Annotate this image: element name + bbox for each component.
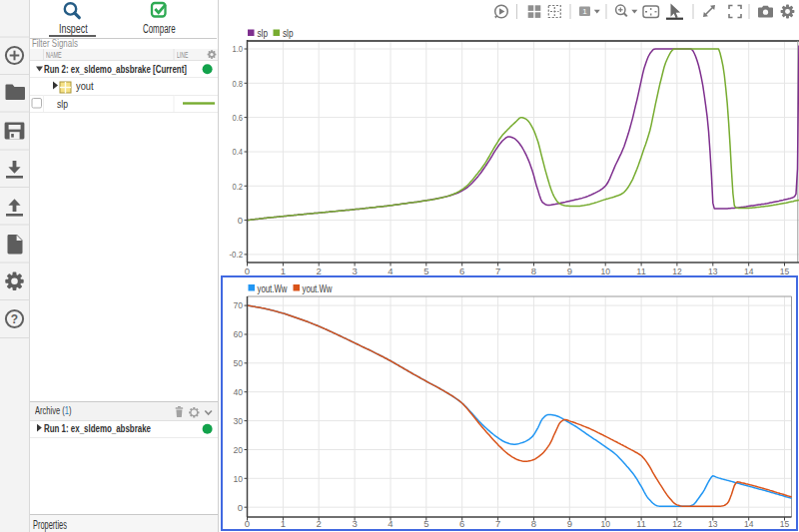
svg-text:10: 10 (234, 473, 244, 484)
svg-text:2: 2 (317, 266, 322, 274)
svg-text:0.4: 0.4 (233, 146, 244, 157)
svg-text:11: 11 (636, 266, 646, 274)
svg-text:6: 6 (459, 518, 464, 529)
svg-text:14: 14 (744, 518, 754, 529)
svg-text:7: 7 (495, 518, 500, 529)
svg-text:?: ? (11, 312, 18, 326)
svg-text:6: 6 (459, 266, 464, 274)
svg-text:0: 0 (245, 518, 250, 529)
svg-text:4: 4 (388, 266, 393, 274)
svg-text:yout.Ww: yout.Ww (258, 282, 288, 294)
svg-text:0: 0 (238, 502, 243, 513)
svg-text:9: 9 (567, 266, 572, 274)
svg-text:0.6: 0.6 (233, 112, 244, 123)
svg-text:40: 40 (234, 386, 244, 397)
svg-text:0.8: 0.8 (233, 78, 244, 89)
svg-text:1: 1 (582, 7, 587, 16)
svg-text:1.0: 1.0 (233, 43, 244, 54)
svg-text:10: 10 (600, 266, 610, 274)
svg-text:13: 13 (708, 518, 718, 529)
svg-text:slp: slp (283, 27, 294, 39)
svg-text:2: 2 (317, 518, 322, 529)
svg-text:7: 7 (495, 266, 500, 274)
svg-text:5: 5 (423, 518, 428, 529)
svg-text:yout.Ww: yout.Ww (303, 282, 333, 294)
svg-text:0.2: 0.2 (233, 181, 244, 192)
svg-text:13: 13 (708, 266, 718, 274)
svg-text:3: 3 (352, 518, 357, 529)
svg-text:15: 15 (780, 266, 790, 274)
svg-text:-0.2: -0.2 (230, 249, 244, 260)
svg-text:1: 1 (281, 518, 286, 529)
svg-text:12: 12 (672, 266, 682, 274)
svg-text:9: 9 (567, 518, 572, 529)
svg-text:8: 8 (531, 266, 536, 274)
svg-text:4: 4 (388, 518, 393, 529)
svg-text:50: 50 (234, 357, 244, 368)
svg-text:20: 20 (234, 444, 244, 455)
svg-text:0: 0 (245, 266, 250, 274)
svg-text:14: 14 (744, 266, 754, 274)
svg-text:30: 30 (234, 415, 244, 426)
svg-text:0: 0 (238, 215, 243, 226)
svg-text:10: 10 (600, 518, 610, 529)
svg-text:1: 1 (281, 266, 286, 274)
svg-text:slp: slp (258, 27, 269, 39)
svg-text:8: 8 (531, 518, 536, 529)
svg-text:12: 12 (672, 518, 682, 529)
svg-text:11: 11 (636, 518, 646, 529)
svg-text:60: 60 (234, 328, 244, 339)
svg-text:70: 70 (234, 299, 244, 310)
svg-text:5: 5 (423, 266, 428, 274)
svg-text:3: 3 (352, 266, 357, 274)
svg-text:15: 15 (780, 518, 790, 529)
